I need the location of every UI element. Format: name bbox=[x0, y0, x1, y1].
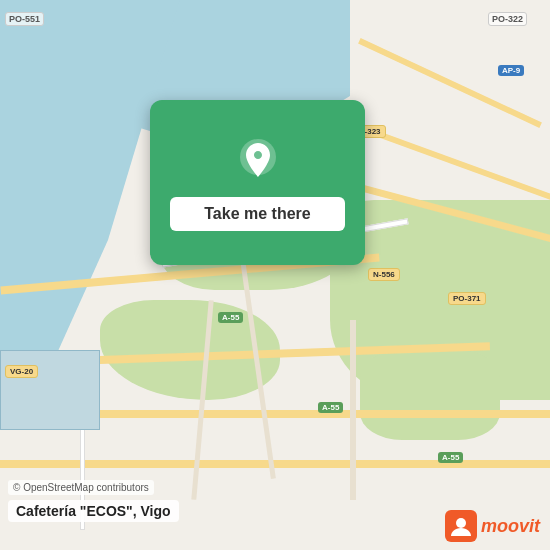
location-pin-icon bbox=[232, 135, 284, 187]
road-label-ap9: AP-9 bbox=[498, 65, 524, 76]
road bbox=[350, 320, 356, 500]
road-label-n556: N-556 bbox=[368, 268, 400, 281]
green-area bbox=[360, 350, 500, 440]
road-label-a55-1: A-55 bbox=[218, 312, 243, 323]
road-label-vg20: VG-20 bbox=[5, 365, 38, 378]
moovit-text: moovit bbox=[481, 516, 540, 537]
take-me-there-button[interactable]: Take me there bbox=[170, 197, 345, 231]
road-label-a55-2: A-55 bbox=[318, 402, 343, 413]
port-area bbox=[0, 350, 100, 430]
place-name: Cafetería "ECOS", Vigo bbox=[8, 500, 179, 522]
map-attribution: © OpenStreetMap contributors bbox=[8, 480, 154, 495]
map-container: PO-551 PO-322 PO-323 AP-9 N-556 A-55 A-5… bbox=[0, 0, 550, 550]
svg-point-2 bbox=[456, 518, 466, 528]
moovit-icon bbox=[445, 510, 477, 542]
road-label-po551: PO-551 bbox=[5, 12, 44, 26]
road-label-po322: PO-322 bbox=[488, 12, 527, 26]
moovit-logo: moovit bbox=[445, 510, 540, 542]
road-label-a55-3: A-55 bbox=[438, 452, 463, 463]
cta-card: Take me there bbox=[150, 100, 365, 265]
road-label-po371: PO-371 bbox=[448, 292, 486, 305]
